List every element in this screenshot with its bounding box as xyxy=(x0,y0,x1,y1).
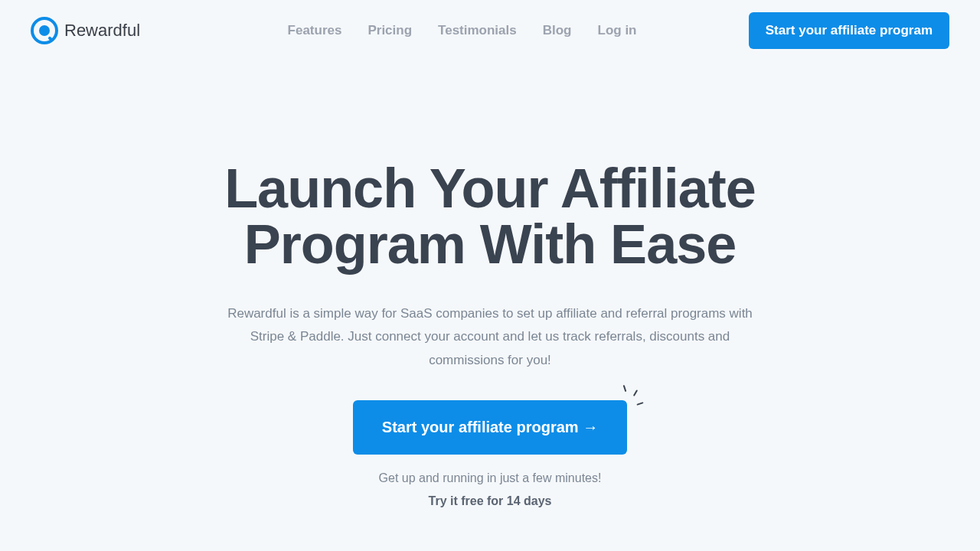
nav-features[interactable]: Features xyxy=(288,23,342,38)
nav-pricing[interactable]: Pricing xyxy=(368,23,412,38)
header: Rewardful Features Pricing Testimonials … xyxy=(0,0,980,61)
logo[interactable]: Rewardful xyxy=(31,17,140,44)
svg-point-1 xyxy=(39,25,50,36)
hero-cta-wrap: Start your affiliate program → xyxy=(353,400,627,455)
header-cta-button[interactable]: Start your affiliate program xyxy=(749,12,949,49)
hero-subtitle: Rewardful is a simple way for SaaS compa… xyxy=(222,302,758,373)
hero-title: Launch Your Affiliate Program With Ease xyxy=(115,161,865,273)
nav-login[interactable]: Log in xyxy=(598,23,637,38)
main-nav: Features Pricing Testimonials Blog Log i… xyxy=(288,23,637,38)
hero-note-1: Get up and running in just a few minutes… xyxy=(115,471,865,485)
hero-note-2: Try it free for 14 days xyxy=(115,494,865,508)
logo-text: Rewardful xyxy=(64,21,140,41)
rewardful-logo-icon xyxy=(31,17,58,44)
nav-testimonials[interactable]: Testimonials xyxy=(438,23,517,38)
hero-cta-button[interactable]: Start your affiliate program → xyxy=(353,400,627,455)
hero-section: Launch Your Affiliate Program With Ease … xyxy=(69,61,911,539)
nav-blog[interactable]: Blog xyxy=(543,23,572,38)
